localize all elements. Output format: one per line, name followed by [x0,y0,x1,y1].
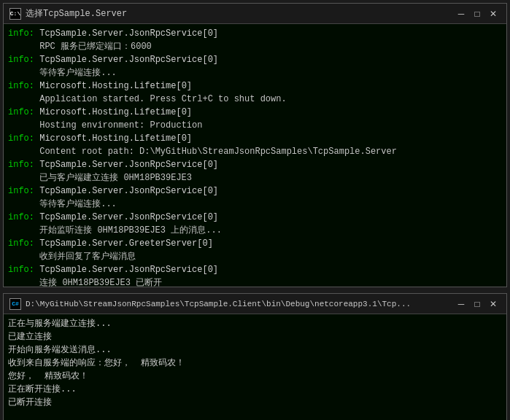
client-minimize-button[interactable]: ─ [454,298,468,311]
server-close-button[interactable]: ✕ [486,7,501,20]
server-line: RPC 服务已绑定端口：6000 [8,40,502,53]
info-label: info: [8,186,34,196]
client-close-button[interactable]: ✕ [486,298,501,311]
server-line: info: Microsoft.Hosting.Lifetime[0] [8,79,502,93]
server-line: info: TcpSample.Server.JsonRpcService[0] [8,184,502,198]
server-line: info: TcpSample.Server.JsonRpcService[0] [8,158,502,171]
client-line: 正在断开连接... [8,383,502,396]
info-label: info: [8,28,34,39]
info-label: info: [8,212,34,222]
server-line: 等待客户端连接... [8,198,502,211]
server-line: info: TcpSample.Server.JsonRpcService[0] [8,27,502,40]
server-console-lines: info: TcpSample.Server.JsonRpcService[0]… [8,27,502,287]
server-line: 等待客户端连接... [8,66,502,79]
client-window: C# D:\MyGitHub\StreamJsonRpcSamples\TcpS… [3,293,507,420]
server-line: info: Microsoft.Hosting.Lifetime[0] [8,106,502,119]
desktop: C:\ 选择TcpSample.Server ─ □ ✕ info: TcpSa… [0,0,510,420]
client-window-icon: C# [9,298,21,310]
client-line: 收到来自服务端的响应：您好， 精致码农！ [8,357,502,370]
server-line: Content root path: D:\MyGitHub\StreamJso… [8,145,502,158]
client-line: 已建立连接 [8,330,502,343]
server-line: 连接 0HM18PB39EJE3 已断开 [8,276,502,287]
server-minimize-button[interactable]: ─ [454,7,468,20]
client-line: 正在与服务端建立连接... [8,317,502,330]
server-window-title: 选择TcpSample.Server [26,7,127,20]
server-line: info: Microsoft.Hosting.Lifetime[0] [8,132,502,145]
server-line: 已与客户端建立连接 0HM18PB39EJE3 [8,171,502,184]
server-line: info: TcpSample.Server.GreeterServer[0] [8,237,502,250]
server-line: info: TcpSample.Server.JsonRpcService[0] [8,263,502,276]
info-label: info: [8,55,34,65]
server-window-icon: C:\ [9,8,21,20]
server-line: 收到并回复了客户端消息 [8,250,502,263]
server-console: info: TcpSample.Server.JsonRpcService[0]… [4,24,506,287]
server-line: info: TcpSample.Server.JsonRpcService[0] [8,211,502,224]
info-label: info: [8,160,34,170]
client-window-title: D:\MyGitHub\StreamJsonRpcSamples\TcpSamp… [26,300,411,308]
server-line: info: TcpSample.Server.JsonRpcService[0] [8,53,502,66]
server-line: Hosting environment: Production [8,119,502,132]
info-label: info: [8,81,34,91]
server-title-controls: ─ □ ✕ [454,7,501,20]
server-line: 开始监听连接 0HM18PB39EJE3 上的消息... [8,224,502,237]
info-label: info: [8,238,34,249]
client-title-bar: C# D:\MyGitHub\StreamJsonRpcSamples\TcpS… [4,294,506,314]
client-line: 已断开连接 [8,396,502,409]
client-line: 开始向服务端发送消息... [8,343,502,357]
server-title-bar: C:\ 选择TcpSample.Server ─ □ ✕ [4,4,506,24]
client-line: 您好， 精致码农！ [8,370,502,383]
client-console: 正在与服务端建立连接...已建立连接开始向服务端发送消息...收到来自服务端的响… [4,314,506,420]
client-console-lines: 正在与服务端建立连接...已建立连接开始向服务端发送消息...收到来自服务端的响… [8,317,502,409]
client-maximize-button[interactable]: □ [470,298,484,311]
info-label: info: [8,107,34,117]
client-title-controls: ─ □ ✕ [454,298,501,311]
info-label: info: [8,133,34,144]
server-window: C:\ 选择TcpSample.Server ─ □ ✕ info: TcpSa… [3,3,507,287]
info-label: info: [8,265,34,275]
server-maximize-button[interactable]: □ [470,7,484,20]
server-line: Application started. Press Ctrl+C to shu… [8,93,502,106]
